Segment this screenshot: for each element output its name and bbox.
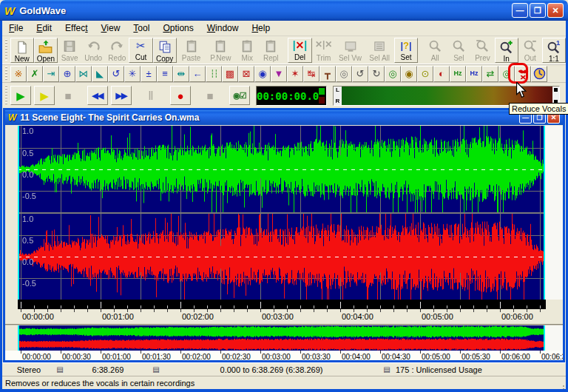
auto-gain-icon: ⊙ <box>422 69 430 78</box>
menu-file[interactable]: File <box>2 21 30 35</box>
pitch-button[interactable]: ▼ <box>271 66 287 82</box>
time-warp-button[interactable] <box>531 66 547 82</box>
noise-reduction-button[interactable]: ✶ <box>287 66 303 82</box>
pause-icon: Ⅱ <box>148 90 153 101</box>
paste-button[interactable]: Paste <box>177 38 206 63</box>
undo-button[interactable]: Undo <box>81 38 105 63</box>
repl-button[interactable]: Repl <box>259 38 283 63</box>
max-volume-button[interactable]: ◉ <box>401 66 417 82</box>
toolbar-grip[interactable] <box>4 85 9 105</box>
open-button[interactable]: Open <box>34 38 58 63</box>
menu-options[interactable]: Options <box>156 21 200 35</box>
smoother-button[interactable]: ┳ <box>320 66 336 82</box>
p-new-button[interactable]: P.New <box>206 38 235 63</box>
fade-out-button[interactable]: ↻ <box>368 66 385 82</box>
expand-selection-button[interactable]: ⊕ <box>59 66 75 82</box>
sel-all-button[interactable]: Sel All <box>365 38 394 63</box>
volume-knob-button[interactable]: ◎ <box>336 66 352 82</box>
mix-channels-button[interactable]: ⊠ <box>238 66 254 82</box>
redo-button[interactable]: Redo <box>105 38 129 63</box>
resample-button[interactable]: Hz <box>466 66 482 82</box>
svg-text:1: 1 <box>557 40 561 47</box>
play-button[interactable]: ▶ <box>10 86 31 105</box>
time-axis-label: 00:01:00 <box>102 312 134 321</box>
auto-gain-button[interactable]: ⊙ <box>417 66 433 82</box>
in-button[interactable]: In <box>495 38 518 63</box>
sel-button[interactable]: Sel <box>447 38 470 63</box>
out-button[interactable]: Out <box>518 38 542 63</box>
shape-volume-button[interactable]: ┆┆ <box>206 66 222 82</box>
menu-tool[interactable]: Tool <box>126 21 156 35</box>
toolbar-button-label: Save <box>61 55 78 62</box>
cut-button[interactable]: ✂Cut <box>129 38 152 63</box>
loudness-button[interactable]: ◎ <box>385 66 401 82</box>
mix-button[interactable]: Mix <box>235 38 259 63</box>
set-button[interactable]: |?|Set <box>394 38 418 63</box>
status-bar: Stereo ▤ 6:38.269 ▤ 0.000 to 6:38.269 (6… <box>2 362 566 376</box>
waveform-channel-right[interactable]: 1.00.50.0-0.5 <box>18 214 546 300</box>
selection-end-marker[interactable] <box>544 126 545 300</box>
1-1-button[interactable]: 11:1 <box>542 38 566 63</box>
copy-button[interactable]: Copy <box>153 38 177 63</box>
prev-button[interactable]: Prev <box>470 38 494 63</box>
all-button[interactable]: All <box>423 38 447 63</box>
offset-button[interactable]: ± <box>141 66 157 82</box>
menu-help[interactable]: Help <box>245 21 277 35</box>
record-stop-button[interactable]: ■ <box>200 86 220 105</box>
stop-button[interactable]: ■ <box>58 86 78 105</box>
record-options-button[interactable]: ◉☑ <box>229 86 250 105</box>
ramp-button[interactable]: ◣ <box>92 66 108 82</box>
del-button[interactable]: |✕|Del <box>288 38 311 63</box>
title-bar[interactable]: W GoldWave — ❐ ✕ <box>0 0 568 21</box>
resize-grip[interactable] <box>563 385 564 387</box>
toolbar-grip[interactable] <box>4 67 9 80</box>
pause-button[interactable]: Ⅱ <box>141 86 161 105</box>
sel-vw-button[interactable]: Sel Vw <box>336 38 365 63</box>
minimize-button[interactable]: — <box>512 3 528 18</box>
seek-end-button[interactable]: ⇥ <box>43 66 59 82</box>
fast-forward-button[interactable]: ▶▶ <box>111 86 132 105</box>
amplitude-label: 0.5 <box>22 236 33 245</box>
play-selection-button[interactable]: ▶ <box>34 86 55 105</box>
menu-effect[interactable]: Effect <box>58 21 94 35</box>
fade-in-button[interactable]: ↺ <box>352 66 368 82</box>
mixer-pan-button[interactable]: ※ <box>10 66 27 82</box>
playback-rate-button[interactable]: Hz <box>450 66 466 82</box>
toolbar-grip[interactable] <box>4 39 9 61</box>
xy-channels-button[interactable]: ✗ <box>27 66 43 82</box>
doppler-icon: ⋈ <box>79 69 89 78</box>
document-title-bar[interactable]: W 11 Scene Eight- The Spirit Carries On.… <box>5 110 563 125</box>
match-volume-button[interactable]: ▩ <box>222 66 238 82</box>
overview-waveform[interactable] <box>18 325 546 351</box>
annotation-highlight-ring <box>508 63 528 84</box>
balance-button[interactable]: ◐ <box>433 66 450 82</box>
record-stop-icon: ■ <box>206 90 213 101</box>
fast-forward-icon: ▶▶ <box>116 92 127 100</box>
waveform-channel-left[interactable]: 1.00.50.0-0.5 <box>18 126 546 212</box>
flip-button[interactable]: ↺ <box>108 66 124 82</box>
close-button[interactable]: ✕ <box>547 3 564 18</box>
overview-selection-end-marker[interactable] <box>544 325 545 351</box>
record-button[interactable]: ● <box>170 86 191 105</box>
menu-view[interactable]: View <box>95 21 127 35</box>
menu-window[interactable]: Window <box>200 21 246 35</box>
flip-icon: ↺ <box>112 69 121 78</box>
mechanize-button[interactable]: ✳ <box>124 66 141 82</box>
rewind-button[interactable]: ◀◀ <box>87 86 108 105</box>
trim-button[interactable]: ✕|✕Trim <box>312 38 336 63</box>
selection-start-marker[interactable] <box>18 126 19 300</box>
doppler-button[interactable]: ⋈ <box>75 66 92 82</box>
clip-icon <box>264 39 277 55</box>
reverse-button[interactable]: ← <box>189 66 206 82</box>
new-button[interactable]: New <box>10 38 34 63</box>
compressor-button[interactable]: ⇹ <box>173 66 189 82</box>
spectrum-button[interactable]: ◉ <box>254 66 271 82</box>
equalizer-button[interactable]: ≡ <box>157 66 173 82</box>
save-button[interactable]: Save <box>58 38 81 63</box>
overview-selection-start-marker[interactable] <box>18 325 19 351</box>
maximize-button[interactable]: ❐ <box>530 3 546 18</box>
overview-canvas[interactable] <box>19 325 544 351</box>
channel-swap-button[interactable]: ⇄ <box>482 66 498 82</box>
menu-edit[interactable]: Edit <box>30 21 58 35</box>
pop-click-button[interactable]: ↹ <box>303 66 320 82</box>
